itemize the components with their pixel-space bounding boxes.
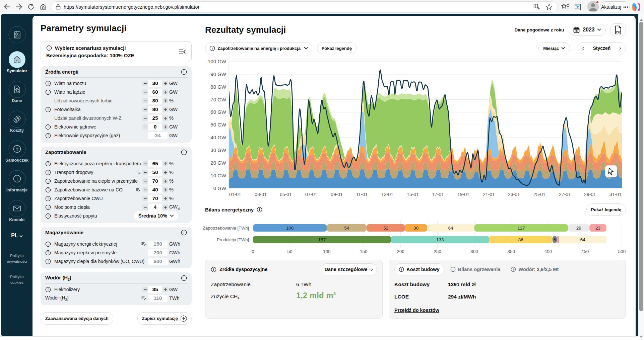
svg-text:100 GW: 100 GW	[208, 59, 227, 64]
svg-text:64: 64	[448, 226, 454, 231]
svg-text:15-01: 15-01	[407, 192, 419, 197]
svg-text:50 GW: 50 GW	[210, 122, 227, 128]
svg-text:03-01: 03-01	[255, 192, 267, 197]
svg-text:0: 0	[252, 249, 254, 254]
svg-text:50: 50	[287, 249, 293, 254]
svg-text:PDF: PDF	[616, 30, 621, 33]
svg-text:90 GW: 90 GW	[210, 71, 227, 77]
svg-text:30: 30	[413, 226, 418, 231]
svg-text:23: 23	[595, 226, 600, 231]
svg-text:64: 64	[580, 237, 586, 242]
svg-text:300: 300	[470, 249, 478, 254]
svg-text:20 GW: 20 GW	[210, 160, 227, 166]
svg-text:400: 400	[544, 249, 552, 254]
svg-text:100: 100	[323, 249, 331, 254]
svg-text:01-01: 01-01	[229, 192, 241, 197]
svg-text:86: 86	[518, 237, 523, 242]
svg-text:11-01: 11-01	[356, 192, 368, 197]
svg-text:100: 100	[286, 226, 294, 231]
svg-text:31-01: 31-01	[609, 192, 622, 197]
svg-text:09-01: 09-01	[331, 192, 343, 197]
svg-text:Zapotrzebowanie [TWh]: Zapotrzebowanie [TWh]	[203, 226, 249, 231]
svg-text:70 GW: 70 GW	[210, 97, 227, 102]
svg-text:10 GW: 10 GW	[210, 173, 227, 178]
svg-text:30 GW: 30 GW	[210, 147, 227, 153]
svg-text:?: ?	[15, 147, 18, 152]
svg-text:133: 133	[436, 237, 444, 242]
svg-text:Produkcja [TWh]: Produkcja [TWh]	[217, 237, 249, 242]
svg-text:350: 350	[507, 249, 515, 254]
svg-text:27-01: 27-01	[559, 192, 571, 197]
svg-text:54: 54	[344, 226, 349, 231]
svg-text:25-01: 25-01	[533, 192, 545, 197]
svg-text:13-01: 13-01	[381, 192, 393, 197]
svg-text:6: 6	[554, 237, 556, 242]
svg-text:60 GW: 60 GW	[210, 109, 227, 115]
svg-text:0 GW: 0 GW	[213, 185, 227, 191]
svg-text:127: 127	[517, 226, 525, 231]
svg-text:450: 450	[581, 249, 589, 254]
svg-text:19-01: 19-01	[457, 192, 469, 197]
svg-text:80 GW: 80 GW	[210, 84, 227, 90]
svg-text:250: 250	[434, 249, 441, 254]
svg-text:40 GW: 40 GW	[210, 135, 227, 140]
svg-text:29: 29	[576, 226, 581, 231]
svg-text:05-01: 05-01	[280, 192, 292, 197]
svg-text:200: 200	[397, 249, 404, 254]
svg-text:500: 500	[618, 249, 626, 254]
svg-text:17-01: 17-01	[432, 192, 444, 197]
svg-text:52: 52	[383, 226, 388, 231]
svg-text:23-01: 23-01	[508, 192, 520, 197]
svg-text:$: $	[15, 118, 17, 122]
svg-text:07-01: 07-01	[305, 192, 317, 197]
svg-text:187: 187	[318, 237, 326, 242]
svg-text:150: 150	[360, 249, 368, 254]
svg-text:21-01: 21-01	[483, 192, 495, 197]
svg-text:29-01: 29-01	[584, 192, 596, 197]
